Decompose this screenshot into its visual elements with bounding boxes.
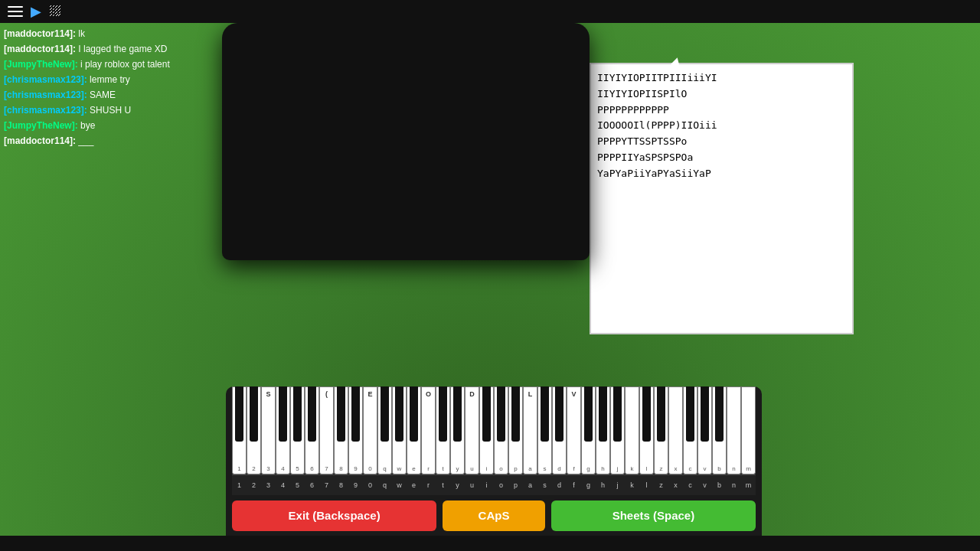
sheet-line: IOOOOOIl(PPPP)IIOiii — [597, 118, 846, 134]
chat-username: [chrismasmax123]: — [4, 74, 87, 85]
white-key[interactable]: Yw — [392, 386, 407, 474]
white-key[interactable]: Tq — [377, 386, 392, 474]
number-cell: h — [596, 481, 610, 489]
white-key[interactable]: !1 — [232, 386, 247, 474]
key-lower-label: s — [544, 465, 547, 472]
white-key[interactable]: m — [741, 386, 756, 474]
action-buttons-row: Exit (Backspace)CApSSheets (Space) — [232, 498, 756, 533]
number-cell: u — [465, 481, 479, 489]
number-cell: m — [741, 481, 756, 489]
key-lower-label: 8 — [339, 465, 342, 472]
white-key[interactable]: v — [697, 386, 712, 474]
chat-message: lk — [78, 28, 85, 39]
number-cell: c — [683, 481, 697, 489]
white-key[interactable]: z — [654, 386, 668, 474]
white-key[interactable]: Or — [421, 386, 436, 474]
key-lower-label: k — [631, 465, 634, 472]
top-bar: ▶ ⛆ — [0, 0, 980, 23]
exit-button[interactable]: Exit (Backspace) — [232, 500, 436, 531]
key-lower-label: o — [499, 465, 502, 472]
key-lower-label: f — [573, 465, 574, 472]
number-cell: 7 — [319, 481, 334, 489]
menu-icon[interactable] — [8, 6, 23, 17]
number-cell: 2 — [247, 481, 261, 489]
key-upper-label: ( — [325, 390, 328, 398]
white-key[interactable]: La — [523, 386, 537, 474]
number-cell: g — [581, 481, 596, 489]
number-cell: 5 — [290, 481, 305, 489]
white-key[interactable]: Vf — [567, 386, 581, 474]
chat-username: [JumpyTheNew]: — [4, 120, 78, 131]
white-key[interactable]: (7 — [319, 386, 334, 474]
white-key[interactable]: Jp — [508, 386, 523, 474]
chat-line: [maddoctor114]: I lagged the game XD — [4, 42, 211, 56]
sheet-line: YaPYaPiiYaPYaSiiYaP — [597, 166, 846, 182]
key-lower-label: b — [717, 465, 720, 472]
white-key[interactable]: Bg — [581, 386, 596, 474]
white-key[interactable]: b — [712, 386, 727, 474]
white-key[interactable]: h — [596, 386, 610, 474]
number-cell: z — [654, 481, 668, 489]
white-key[interactable]: S3 — [261, 386, 276, 474]
key-upper-label: Q — [338, 390, 344, 398]
white-key[interactable]: Zs — [537, 386, 552, 474]
chat-username: [maddoctor114]: — [4, 44, 76, 54]
key-upper-label: I — [413, 390, 415, 398]
virtual-piano-keys[interactable]: !1@2S3%4^5*6(7Q8W9E0TqYwIeOrPtSyDuGiHoJp… — [232, 386, 756, 474]
white-key[interactable]: c — [683, 386, 697, 474]
white-key[interactable]: Ho — [494, 386, 508, 474]
number-cell: j — [610, 481, 625, 489]
keyboard-panel: !1@2S3%4^5*6(7Q8W9E0TqYwIeOrPtSyDuGiHoJp… — [226, 386, 762, 536]
white-key[interactable]: n — [727, 386, 741, 474]
key-lower-label: x — [675, 465, 678, 472]
white-key[interactable]: l — [639, 386, 654, 474]
chat-message: SAME — [90, 90, 116, 100]
bag-icon[interactable]: ⛆ — [49, 5, 61, 18]
key-upper-label: L — [528, 390, 533, 398]
key-lower-label: l — [646, 465, 648, 472]
key-lower-label: j — [617, 465, 619, 472]
white-key[interactable]: ^5 — [290, 386, 305, 474]
key-lower-label: 3 — [266, 465, 270, 472]
number-cell: b — [712, 481, 727, 489]
white-key[interactable]: E0 — [363, 386, 377, 474]
white-key[interactable]: Gi — [479, 386, 494, 474]
sheet-line: IIYIYIOPIISPIlO — [597, 86, 846, 103]
caps-button[interactable]: CApS — [443, 500, 545, 531]
white-key[interactable]: j — [610, 386, 625, 474]
white-key[interactable]: *6 — [305, 386, 319, 474]
chat-panel: [maddoctor114]: lk[maddoctor114]: I lagg… — [4, 27, 211, 149]
key-lower-label: 6 — [310, 465, 313, 472]
white-key[interactable]: x — [668, 386, 683, 474]
number-cell: a — [523, 481, 537, 489]
white-key[interactable]: Q8 — [334, 386, 348, 474]
key-lower-label: 2 — [252, 465, 255, 472]
chat-username: [chrismasmax123]: — [4, 105, 87, 116]
white-key[interactable]: W9 — [348, 386, 363, 474]
key-upper-label: P — [440, 390, 445, 398]
key-lower-label: c — [689, 465, 692, 472]
key-lower-label: e — [412, 465, 415, 472]
key-lower-label: a — [528, 465, 531, 472]
white-key[interactable]: Ie — [407, 386, 421, 474]
sheets-button[interactable]: Sheets (Space) — [551, 500, 756, 531]
white-key[interactable]: @2 — [247, 386, 261, 474]
chat-line: [JumpyTheNew]: bye — [4, 119, 211, 132]
white-key[interactable]: Cd — [552, 386, 567, 474]
key-lower-label: i — [486, 465, 488, 472]
chat-icon[interactable]: ▶ — [31, 3, 41, 20]
bottom-bar — [0, 536, 980, 551]
key-upper-label: * — [311, 390, 314, 398]
white-key[interactable]: %4 — [276, 386, 290, 474]
white-key[interactable]: Du — [465, 386, 479, 474]
chat-message: SHUSH U — [90, 105, 131, 116]
number-cell: l — [639, 481, 654, 489]
white-key[interactable]: Pt — [436, 386, 450, 474]
white-key[interactable]: Sy — [450, 386, 465, 474]
number-cell: o — [494, 481, 508, 489]
key-lower-label: r — [427, 465, 430, 472]
piano-body — [222, 23, 590, 260]
white-key[interactable]: k — [625, 386, 639, 474]
number-cell: n — [727, 481, 741, 489]
key-upper-label: V — [571, 390, 576, 398]
